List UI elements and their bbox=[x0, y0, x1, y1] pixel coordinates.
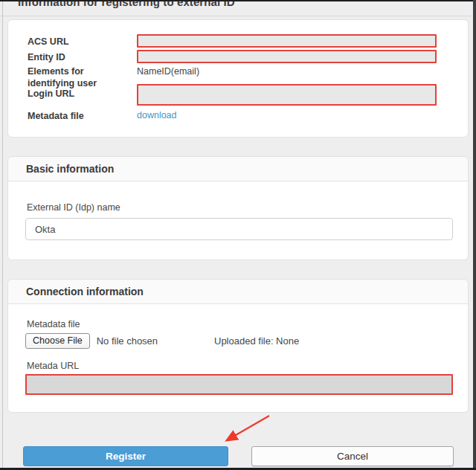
window-edge-right bbox=[473, 0, 476, 470]
login-url-label: Login URL bbox=[28, 88, 74, 100]
external-id-name-label: External ID (Idp) name bbox=[27, 202, 120, 213]
metadata-file-input-row: Choose File No file chosen Uploaded file… bbox=[25, 333, 442, 349]
register-button[interactable]: Register bbox=[23, 446, 228, 466]
choose-file-button[interactable]: Choose File bbox=[25, 333, 90, 349]
connection-info-title: Connection information bbox=[8, 280, 468, 304]
file-chosen-status: No file chosen bbox=[97, 335, 158, 347]
external-id-name-input[interactable]: Okta bbox=[25, 218, 453, 240]
identify-elements-value: NameID(email) bbox=[137, 66, 199, 77]
login-url-input[interactable] bbox=[137, 84, 437, 106]
metadata-file-label: Metadata file bbox=[28, 110, 84, 122]
acs-url-input[interactable] bbox=[137, 34, 437, 48]
uploaded-file-status: Uploaded file: None bbox=[214, 335, 299, 347]
entity-id-input[interactable] bbox=[137, 50, 437, 63]
basic-info-card: Basic information External ID (Idp) name… bbox=[7, 156, 469, 260]
metada-url-input[interactable] bbox=[25, 374, 453, 395]
registration-info-card: ACS URL Entity ID Elements for identifyi… bbox=[7, 19, 469, 138]
window-edge-left bbox=[2, 0, 3, 470]
settings-panel: Information for registering to external … bbox=[0, 0, 473, 468]
header-divider bbox=[0, 16, 473, 16]
conn-metadata-file-label: Metadata file bbox=[27, 319, 80, 330]
entity-id-label: Entity ID bbox=[28, 51, 65, 63]
window-edge-top bbox=[0, 0, 476, 1]
register-button-label: Register bbox=[106, 451, 146, 462]
identify-elements-label: Elements for identifying user bbox=[28, 65, 130, 89]
connection-info-card: Connection information Metadata file Cho… bbox=[7, 279, 469, 413]
basic-info-title: Basic information bbox=[8, 157, 468, 181]
acs-url-label: ACS URL bbox=[28, 36, 69, 48]
annotation-arrow-icon bbox=[217, 410, 277, 445]
external-id-name-value: Okta bbox=[35, 224, 55, 235]
download-link[interactable]: download bbox=[137, 110, 177, 120]
metada-url-label: Metada URL bbox=[27, 361, 79, 372]
cancel-button[interactable]: Cancel bbox=[251, 446, 454, 466]
cancel-button-label: Cancel bbox=[337, 451, 368, 462]
